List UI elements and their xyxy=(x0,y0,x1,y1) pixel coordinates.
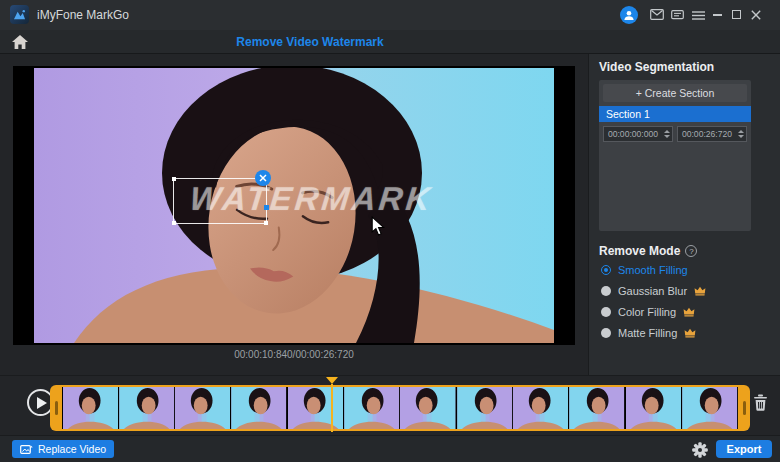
selection-handle[interactable] xyxy=(264,205,269,210)
replace-video-button[interactable]: Replace Video xyxy=(12,440,114,458)
timeline-thumbnails[interactable] xyxy=(62,387,738,429)
timeline-thumbnail[interactable] xyxy=(288,387,343,429)
mail-icon[interactable] xyxy=(650,9,664,20)
minimize-button[interactable] xyxy=(713,14,722,16)
replace-video-icon xyxy=(20,444,33,455)
remove-mode-heading: Remove Mode ? xyxy=(599,244,770,258)
nav-bar: Remove Video Watermark xyxy=(0,30,780,54)
selection-handle[interactable] xyxy=(264,221,268,225)
playback-timecode: 00:00:10:840/00:00:26:720 xyxy=(13,349,575,360)
remove-mode-option-matte-filling[interactable]: Matte Filling xyxy=(601,327,770,339)
watermark-selection-box[interactable] xyxy=(173,178,267,224)
account-avatar[interactable] xyxy=(620,6,638,24)
feedback-chat-icon[interactable] xyxy=(671,10,684,21)
timeline-thumbnail[interactable] xyxy=(569,387,624,429)
selection-handle[interactable] xyxy=(172,177,176,181)
settings-gear-icon[interactable] xyxy=(691,441,708,458)
trim-handle-right[interactable] xyxy=(743,401,746,415)
radio-icon xyxy=(601,286,611,296)
timeline-thumbnail[interactable] xyxy=(344,387,399,429)
radio-icon xyxy=(601,265,611,275)
time-spinner-icon[interactable] xyxy=(662,130,672,138)
play-icon xyxy=(37,397,47,409)
markgo-window: iMyFone MarkGo Remove Video Watermark xyxy=(0,0,780,462)
remove-mode-option-color-filling[interactable]: Color Filling xyxy=(601,306,770,318)
timeline-thumbnail[interactable] xyxy=(175,387,230,429)
export-button[interactable]: Export xyxy=(716,440,772,458)
timeline-thumbnail[interactable] xyxy=(63,387,118,429)
mouse-cursor-icon xyxy=(371,216,385,240)
timeline-clip[interactable] xyxy=(50,385,750,431)
timeline-thumbnail[interactable] xyxy=(626,387,681,429)
sidebar: Video Segmentation + Create Section Sect… xyxy=(588,54,780,375)
app-title: iMyFone MarkGo xyxy=(37,0,129,30)
timeline-row xyxy=(0,375,780,435)
playhead-line[interactable] xyxy=(331,384,333,432)
timeline-thumbnail[interactable] xyxy=(513,387,568,429)
timeline-thumbnail[interactable] xyxy=(119,387,174,429)
trim-handle-left[interactable] xyxy=(55,401,58,415)
remove-mode-option-smooth-filling[interactable]: Smooth Filling xyxy=(601,264,770,276)
close-button[interactable] xyxy=(751,10,761,20)
footer-bar: Replace Video Export xyxy=(0,435,780,462)
timeline-thumbnail[interactable] xyxy=(682,387,737,429)
radio-icon xyxy=(601,307,611,317)
timeline-thumbnail[interactable] xyxy=(231,387,286,429)
premium-crown-icon xyxy=(694,286,706,296)
section-item[interactable]: Section 1 xyxy=(599,106,751,122)
menu-icon[interactable] xyxy=(692,11,705,20)
video-segmentation-heading: Video Segmentation xyxy=(599,60,770,74)
page-title: Remove Video Watermark xyxy=(0,30,620,54)
selection-handle[interactable] xyxy=(172,221,176,225)
app-logo-icon xyxy=(10,5,29,24)
premium-crown-icon xyxy=(683,307,695,317)
time-spinner-icon[interactable] xyxy=(736,130,746,138)
timeline-thumbnail[interactable] xyxy=(400,387,455,429)
premium-crown-icon xyxy=(684,328,696,338)
radio-icon xyxy=(601,328,611,338)
section-start-input[interactable]: 00:00:00:000 xyxy=(603,126,673,142)
segmentation-panel: + Create Section Section 1 00:00:00:000 … xyxy=(599,80,751,231)
video-preview[interactable]: WATERMARK xyxy=(13,66,575,345)
help-icon[interactable]: ? xyxy=(685,245,697,257)
timeline-thumbnail[interactable] xyxy=(457,387,512,429)
remove-mode-option-gaussian-blur[interactable]: Gaussian Blur xyxy=(601,285,770,297)
maximize-button[interactable] xyxy=(732,10,741,19)
create-section-button[interactable]: + Create Section xyxy=(603,84,747,102)
playhead-marker[interactable] xyxy=(326,377,338,384)
watermark-close-button[interactable] xyxy=(255,170,271,186)
delete-section-button[interactable] xyxy=(752,393,769,412)
section-end-input[interactable]: 00:00:26:720 xyxy=(677,126,747,142)
title-bar: iMyFone MarkGo xyxy=(0,0,780,30)
